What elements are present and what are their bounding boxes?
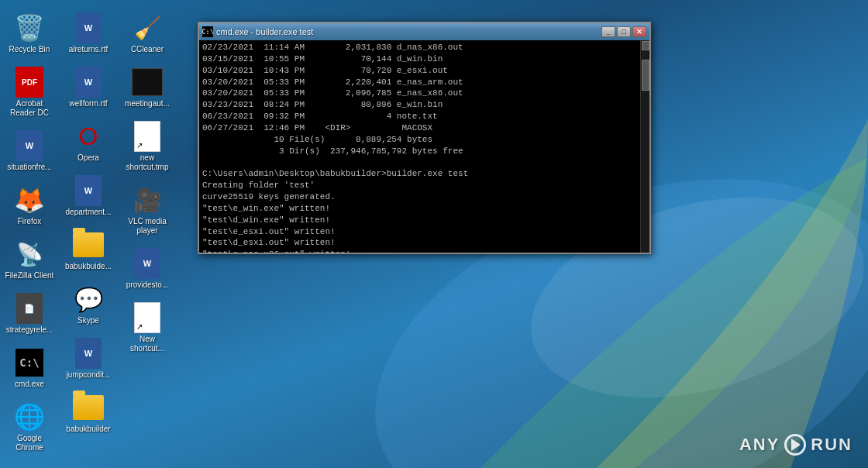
icon-label-department: department... <box>66 208 112 217</box>
icon-babukbuide[interactable]: babukbuide... <box>60 225 116 276</box>
icon-babukbuilder2[interactable]: babukbuilder <box>60 387 116 439</box>
icon-department[interactable]: W department... <box>60 170 116 222</box>
icon-label-jumpcondit: jumpcondit... <box>67 370 111 380</box>
icon-label-wellform: wellform.rtf <box>70 99 108 108</box>
icon-label-firefox: Firefox <box>18 217 42 226</box>
icon-vlc[interactable]: 🎥 VLC media player <box>119 180 175 240</box>
icon-label-babukbuide: babukbuide... <box>65 262 112 271</box>
icon-alreturns[interactable]: W alreturns.rtf <box>60 8 116 59</box>
cmd-window-icon: C:\ <box>202 26 213 37</box>
icon-label-meetingaut: meetingaut... <box>125 99 170 108</box>
icon-label-alreturns: alreturns.rtf <box>69 45 108 54</box>
desktop-icons: 🗑️ Recycle Bin PDF Acrobat Reader DC W s… <box>0 0 170 468</box>
cmd-minimize-button[interactable]: _ <box>601 26 615 37</box>
icon-label-acrobat: Acrobat Reader DC <box>5 99 54 118</box>
scrollbar-up-arrow[interactable] <box>642 41 649 50</box>
icon-label-new-shortcut2: New shortcut... <box>122 335 172 353</box>
anyrun-text-run: RUN <box>811 435 852 455</box>
cmd-content-area: 02/23/2021 11:14 AM 2,031,830 d_nas_x86.… <box>199 40 640 253</box>
icon-label-vlc: VLC media player <box>122 217 172 236</box>
icon-label-ccleaner: CCleaner <box>131 45 164 54</box>
scrollbar-thumb[interactable] <box>642 60 649 91</box>
icon-label-situationfre: situationfre... <box>7 163 51 172</box>
icon-new-shortcut-tmp[interactable]: ↗ new shortcut.tmp <box>119 116 175 177</box>
icon-firefox[interactable]: 🦊 Firefox <box>2 180 57 231</box>
icon-situationfre[interactable]: W situationfre... <box>2 126 57 177</box>
icon-label-recycle-bin: Recycle Bin <box>9 45 50 54</box>
anyrun-watermark: ANY RUN <box>739 434 852 456</box>
cmd-window-controls: _ □ ✕ <box>601 26 646 37</box>
icon-cmd[interactable]: C:\ cmd.exe <box>2 342 57 394</box>
icon-label-strategyrele: strategyrele... <box>6 325 53 335</box>
icon-acrobat[interactable]: PDF Acrobat Reader DC <box>2 62 57 122</box>
icon-opera[interactable]: O Opera <box>60 116 116 167</box>
icon-label-babukbuilder2: babukbuilder <box>66 425 110 434</box>
icon-label-cmd: cmd.exe <box>15 380 44 389</box>
icon-label-skype: Skype <box>78 316 99 325</box>
cmd-close-button[interactable]: ✕ <box>632 26 646 37</box>
cmd-scrollbar[interactable] <box>640 40 649 253</box>
desktop: 🗑️ Recycle Bin PDF Acrobat Reader DC W s… <box>0 0 868 468</box>
icon-strategyrele[interactable]: 📄 strategyrele... <box>2 288 57 339</box>
icon-label-opera: Opera <box>78 153 99 163</box>
icon-new-shortcut2[interactable]: ↗ New shortcut... <box>119 298 175 358</box>
icon-recycle-bin[interactable]: 🗑️ Recycle Bin <box>2 8 57 59</box>
cmd-titlebar: C:\ cmd.exe - builder.exe test _ □ ✕ <box>199 23 649 40</box>
icon-label-chrome: Google Chrome <box>5 434 54 453</box>
icon-filezilla[interactable]: 📡 FileZilla Client <box>2 234 57 285</box>
icon-providesto[interactable]: W providesto... <box>119 243 175 294</box>
cmd-maximize-button[interactable]: □ <box>617 26 631 37</box>
icon-chrome[interactable]: 🌐 Google Chrome <box>2 397 57 457</box>
icon-label-new-shortcut-tmp: new shortcut.tmp <box>122 153 172 172</box>
icon-skype[interactable]: 💬 Skype <box>60 279 116 330</box>
icon-wellform[interactable]: W wellform.rtf <box>60 62 116 113</box>
icon-label-providesto: providesto... <box>126 280 168 290</box>
icon-jumpcondit[interactable]: W jumpcondit... <box>60 333 116 384</box>
anyrun-text-any: ANY <box>739 435 780 455</box>
cmd-body: 02/23/2021 11:14 AM 2,031,830 d_nas_x86.… <box>199 40 649 253</box>
icon-meetingaut[interactable]: meetingaut... <box>119 62 175 113</box>
cmd-window[interactable]: C:\ cmd.exe - builder.exe test _ □ ✕ 02/… <box>198 22 651 254</box>
cmd-window-title: cmd.exe - builder.exe test <box>216 27 313 36</box>
icon-label-filezilla: FileZilla Client <box>5 271 54 280</box>
icon-ccleaner[interactable]: 🧹 CCleaner <box>119 8 175 59</box>
anyrun-play-icon <box>784 434 806 456</box>
